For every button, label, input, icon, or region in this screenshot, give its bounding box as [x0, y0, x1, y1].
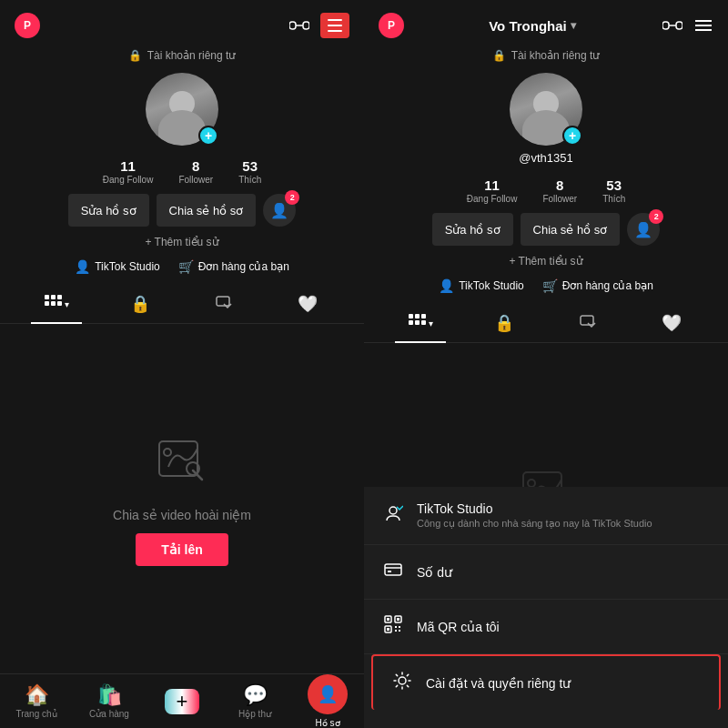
svg-rect-9	[217, 297, 229, 306]
right-chevron-icon: ▾	[571, 19, 576, 32]
svg-rect-32	[388, 571, 391, 572]
right-stat-following[interactable]: 11 Đang Follow	[467, 177, 518, 204]
left-empty-icon	[155, 432, 209, 497]
svg-rect-40	[399, 626, 400, 628]
right-tab-lock[interactable]: 🔒	[462, 304, 546, 342]
right-top-bar-right	[661, 16, 713, 35]
right-tab-videos[interactable]: ▾	[379, 304, 462, 342]
left-add-bio-button[interactable]: + Thêm tiểu sử	[145, 236, 218, 248]
right-menu-settings[interactable]: Cài đặt và quyền riêng tư	[371, 654, 721, 710]
left-top-bar: P	[0, 0, 364, 46]
right-friend-button[interactable]: 👤 2	[627, 213, 660, 246]
svg-point-29	[389, 507, 397, 514]
left-stat-followers[interactable]: 8 Follower	[178, 158, 213, 185]
left-tab-videos[interactable]: ▾	[15, 285, 98, 323]
left-stat-likes[interactable]: 53 Thích	[238, 158, 261, 185]
svg-rect-20	[415, 314, 420, 318]
left-repost-icon	[215, 295, 233, 314]
svg-rect-39	[395, 626, 397, 628]
svg-rect-14	[676, 22, 682, 29]
right-menu-qr-title: Mã QR của tôi	[417, 620, 710, 634]
left-glasses-icon[interactable]	[288, 16, 311, 35]
left-shop-icon: 🛍️	[97, 683, 122, 707]
right-tab-liked[interactable]: 🤍	[630, 304, 713, 342]
svg-rect-41	[395, 630, 397, 632]
left-nav-home[interactable]: 🏠 Trang chủ	[0, 683, 73, 719]
left-empty-state: Chia sẻ video hoài niệm Tải lên	[0, 324, 364, 728]
left-tab-repost[interactable]	[182, 285, 266, 323]
right-panel: P Vo Tronghai ▾	[364, 0, 728, 728]
left-orders-link[interactable]: 🛒 Đơn hàng của bạn	[178, 259, 289, 274]
left-share-profile-button[interactable]: Chia sẻ hồ sơ	[157, 194, 257, 227]
right-orders-link[interactable]: 🛒 Đơn hàng của bạn	[542, 278, 653, 293]
svg-rect-25	[581, 316, 593, 325]
right-tiktok-studio-link[interactable]: 👤 TikTok Studio	[439, 278, 524, 293]
svg-rect-7	[51, 301, 56, 306]
left-nav-inbox[interactable]: 💬 Hộp thư	[218, 683, 291, 719]
right-stats-row: 11 Đang Follow 8 Follower 53 Thích	[364, 172, 728, 213]
left-upload-button[interactable]: Tải lên	[136, 533, 228, 566]
right-menu-button[interactable]	[693, 17, 713, 34]
right-studio-icon: 👤	[439, 278, 454, 293]
svg-rect-22	[409, 320, 413, 325]
left-action-buttons: Sửa hồ sơ Chia sẻ hồ sơ 👤 2	[0, 194, 364, 234]
left-inbox-icon: 💬	[243, 683, 268, 707]
left-top-bar-right	[288, 13, 349, 38]
right-add-bio-button[interactable]: + Thêm tiểu sử	[509, 255, 582, 268]
left-nav-shop[interactable]: 🛍️ Cửa hàng	[73, 683, 146, 719]
right-username-container: Vo Tronghai ▾	[404, 18, 661, 34]
left-friend-button[interactable]: 👤 2	[263, 194, 296, 227]
right-friend-icon: 👤	[634, 221, 652, 238]
svg-rect-4	[51, 295, 56, 299]
left-empty-text: Chia sẻ video hoài niệm	[113, 508, 251, 522]
right-tab-repost[interactable]	[546, 304, 630, 342]
right-menu-studio-content: TikTok Studio Công cụ dành cho nhà sáng …	[417, 501, 710, 530]
right-glasses-icon[interactable]	[661, 16, 684, 35]
right-avatar-add[interactable]: +	[562, 126, 582, 146]
svg-rect-42	[399, 630, 400, 632]
right-menu-settings-title: Cài đặt và quyền riêng tư	[426, 676, 701, 691]
right-menu-balance-icon	[382, 560, 404, 584]
right-menu-qr-icon	[382, 614, 404, 639]
left-tiktok-studio-link[interactable]: 👤 TikTok Studio	[75, 259, 160, 274]
right-menu-balance[interactable]: Số dư	[364, 545, 728, 600]
svg-point-43	[399, 677, 406, 684]
right-avatar-wrapper[interactable]: +	[510, 73, 582, 146]
left-tabs-row: ▾ 🔒 🤍	[0, 285, 364, 324]
left-private-icon: 🔒	[128, 49, 142, 62]
left-stat-following[interactable]: 11 Đang Follow	[103, 158, 154, 185]
right-menu-settings-content: Cài đặt và quyền riêng tư	[426, 676, 701, 691]
right-menu-studio[interactable]: TikTok Studio Công cụ dành cho nhà sáng …	[364, 487, 728, 545]
left-avatar-add[interactable]: +	[198, 126, 218, 146]
right-stat-likes[interactable]: 53 Thích	[602, 177, 625, 204]
left-cart-icon: 🛒	[178, 259, 194, 274]
right-menu-qr[interactable]: Mã QR của tôi	[364, 600, 728, 654]
left-nav-profile[interactable]: 👤 Hồ sơ	[291, 674, 364, 728]
left-edit-profile-button[interactable]: Sửa hồ sơ	[68, 194, 149, 227]
right-premium-badge: P	[379, 13, 404, 38]
left-avatar-section: +	[0, 69, 364, 153]
left-tab-liked[interactable]: 🤍	[266, 285, 349, 323]
right-stat-followers[interactable]: 8 Follower	[542, 177, 577, 204]
svg-point-11	[164, 449, 171, 456]
right-menu-studio-icon	[382, 503, 404, 528]
left-add-circle: +	[165, 689, 199, 714]
left-menu-button[interactable]	[320, 13, 349, 38]
left-tab-lock[interactable]: 🔒	[98, 285, 182, 323]
svg-rect-19	[409, 314, 413, 318]
svg-rect-23	[415, 320, 420, 325]
left-bottom-nav: 🏠 Trang chủ 🛍️ Cửa hàng + 💬 Hộp thư 👤 Hồ…	[0, 673, 364, 728]
left-friend-badge: 2	[285, 190, 299, 205]
left-nav-add[interactable]: +	[146, 689, 218, 714]
left-profile-icon: 👤	[318, 684, 338, 704]
left-add-bio: + Thêm tiểu sử	[0, 234, 364, 256]
right-add-bio: + Thêm tiểu sử	[364, 253, 728, 275]
left-quick-links: 👤 TikTok Studio 🛒 Đơn hàng của bạn	[0, 256, 364, 285]
svg-point-27	[528, 480, 535, 487]
right-quick-links: 👤 TikTok Studio 🛒 Đơn hàng của bạn	[364, 275, 728, 304]
right-share-profile-button[interactable]: Chia sẻ hồ sơ	[521, 213, 621, 246]
right-menu-overlay: TikTok Studio Công cụ dành cho nhà sáng …	[364, 487, 728, 728]
right-edit-profile-button[interactable]: Sửa hồ sơ	[432, 213, 513, 246]
left-avatar-wrapper[interactable]: +	[146, 73, 218, 146]
svg-rect-3	[45, 295, 49, 299]
